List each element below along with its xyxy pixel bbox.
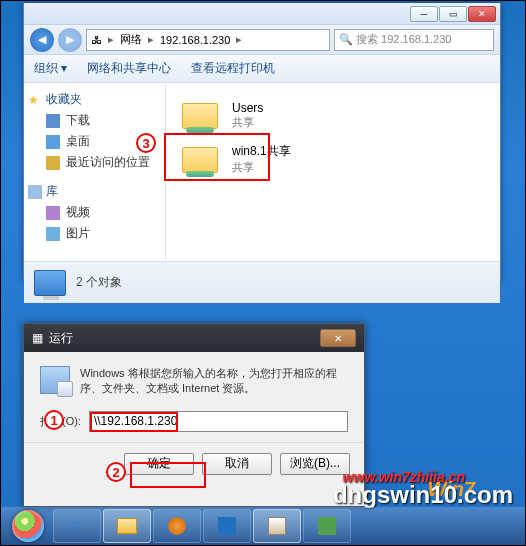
toolbar: 组织 ▾ 网络和共享中心 查看远程打印机 [24, 55, 500, 83]
shared-folder-icon [182, 99, 222, 131]
taskbar-paint[interactable] [253, 509, 301, 543]
windows-orb-icon [12, 510, 44, 542]
video-icon [46, 206, 60, 220]
shared-folder-icon [182, 143, 222, 175]
run-dialog-title: 运行 [49, 330, 73, 347]
view-remote-printers[interactable]: 查看远程打印机 [191, 60, 275, 77]
nav-back-button[interactable]: ◀ [30, 28, 54, 52]
ok-button[interactable]: 确定 [124, 453, 194, 475]
sidebar-libraries-header[interactable]: 库 [28, 183, 161, 200]
open-label: 打开(O): [40, 414, 81, 429]
library-icon [28, 185, 42, 199]
address-bar[interactable]: 🖧 ▸ 网络 ▸ 192.168.1.230 ▸ [86, 29, 330, 51]
status-bar: 2 个对象 [24, 261, 500, 303]
run-dialog: ▦运行 ✕ Windows 将根据您所输入的名称，为您打开相应的程序、文件夹、文… [23, 323, 365, 507]
network-sharing-center[interactable]: 网络和共享中心 [87, 60, 171, 77]
run-input[interactable] [89, 411, 348, 432]
picture-icon [46, 227, 60, 241]
run-icon: ▦ [32, 331, 43, 345]
search-placeholder: 搜索 192.168.1.230 [356, 32, 451, 47]
folder-name: win8.1共享 [232, 143, 291, 160]
start-button[interactable] [5, 509, 51, 543]
taskbar-explorer[interactable] [103, 509, 151, 543]
desktop-icon [46, 135, 60, 149]
app2-icon [318, 517, 336, 535]
run-description: Windows 将根据您所输入的名称，为您打开相应的程序、文件夹、文档或 Int… [80, 366, 348, 397]
browse-button[interactable]: 浏览(B)... [280, 453, 350, 475]
folder-icon [117, 518, 137, 534]
computer-icon [34, 270, 66, 296]
breadcrumb-part[interactable]: 网络 [120, 32, 142, 47]
folder-content: Users共享 win8.1共享共享 3 [166, 83, 500, 261]
app-icon [218, 517, 236, 535]
folder-item-win81share[interactable]: win8.1共享共享 [176, 139, 490, 179]
sidebar-item-video[interactable]: 视频 [28, 202, 161, 223]
folder-sub: 共享 [232, 115, 263, 130]
run-dialog-close-button[interactable]: ✕ [320, 329, 356, 347]
sidebar-item-desktop[interactable]: 桌面 [28, 131, 161, 152]
folder-sub: 共享 [232, 160, 291, 175]
run-program-icon [40, 366, 70, 394]
close-button[interactable]: ✕ [468, 6, 496, 22]
folder-item-users[interactable]: Users共享 [176, 95, 490, 135]
minimize-button[interactable]: ─ [410, 6, 438, 22]
taskbar-media-player[interactable] [153, 509, 201, 543]
folder-name: Users [232, 101, 263, 115]
star-icon: ★ [28, 93, 42, 107]
explorer-window: ─ ▭ ✕ ◀ ▶ 🖧 ▸ 网络 ▸ 192.168.1.230 ▸ 🔍 搜索 … [23, 3, 501, 281]
breadcrumb-part[interactable]: 192.168.1.230 [160, 34, 230, 46]
navbar: ◀ ▶ 🖧 ▸ 网络 ▸ 192.168.1.230 ▸ 🔍 搜索 192.16… [24, 25, 500, 55]
organize-menu[interactable]: 组织 ▾ [34, 60, 67, 77]
network-icon: 🖧 [91, 34, 102, 46]
maximize-button[interactable]: ▭ [439, 6, 467, 22]
sidebar-item-pictures[interactable]: 图片 [28, 223, 161, 244]
sidebar-favorites-header[interactable]: ★收藏夹 [28, 91, 161, 108]
taskbar-app2[interactable] [303, 509, 351, 543]
dialog-button-row: 确定 取消 浏览(B)... [24, 442, 364, 485]
sidebar-item-recent[interactable]: 最近访问的位置 [28, 152, 161, 173]
paint-icon [268, 517, 286, 535]
download-icon [46, 114, 60, 128]
ie-icon: e [73, 517, 82, 535]
search-icon: 🔍 [339, 33, 353, 46]
taskbar-app[interactable] [203, 509, 251, 543]
search-input[interactable]: 🔍 搜索 192.168.1.230 [334, 29, 494, 51]
run-dialog-titlebar: ▦运行 ✕ [24, 324, 364, 352]
explorer-titlebar: ─ ▭ ✕ [24, 3, 500, 25]
watermark-dngswin10: dngswin10.com [333, 481, 513, 509]
status-text: 2 个对象 [76, 274, 122, 291]
cancel-button[interactable]: 取消 [202, 453, 272, 475]
media-icon [168, 517, 186, 535]
taskbar-ie[interactable]: e [53, 509, 101, 543]
taskbar: e [1, 507, 525, 545]
recent-icon [46, 156, 60, 170]
sidebar: ★收藏夹 下载 桌面 最近访问的位置 库 视频 图片 [24, 83, 166, 261]
sidebar-item-downloads[interactable]: 下载 [28, 110, 161, 131]
nav-forward-button[interactable]: ▶ [58, 28, 82, 52]
